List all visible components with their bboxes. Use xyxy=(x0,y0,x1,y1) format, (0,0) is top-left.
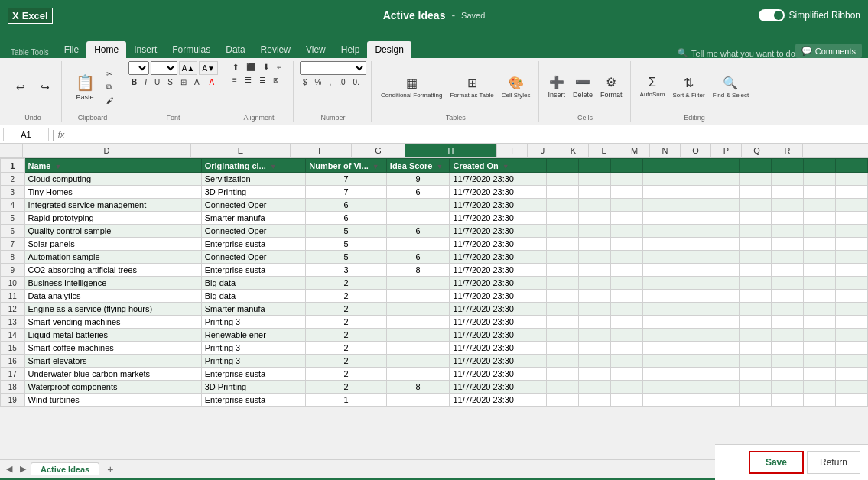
save-button[interactable]: Save xyxy=(749,451,804,474)
cell-ideascore-17[interactable] xyxy=(386,368,450,381)
cell-numvotes-3[interactable]: 7 xyxy=(306,186,387,199)
cell-p-8[interactable] xyxy=(771,251,803,264)
cell-j-3[interactable] xyxy=(578,186,610,199)
cell-k-13[interactable] xyxy=(610,316,642,329)
cell-p-5[interactable] xyxy=(771,212,803,225)
table-row[interactable]: 8 Automation sample Connected Oper 5 6 1… xyxy=(1,251,868,264)
name-filter-arrow[interactable]: ▼ xyxy=(55,163,62,170)
cell-r-18[interactable] xyxy=(835,381,867,394)
cut-button[interactable]: ✂ xyxy=(103,68,117,79)
align-middle-button[interactable]: ⬛ xyxy=(243,61,258,73)
return-button[interactable]: Return xyxy=(807,451,860,474)
cell-name-19[interactable]: Wind turbines xyxy=(24,394,201,407)
cell-j-10[interactable] xyxy=(578,277,610,290)
cell-r-19[interactable] xyxy=(835,394,867,407)
cell-createdon-5[interactable]: 11/7/2020 23:30 xyxy=(450,212,546,225)
cell-name-14[interactable]: Liquid metal batteries xyxy=(24,329,201,342)
cell-numvotes-2[interactable]: 7 xyxy=(306,173,387,186)
cell-r-14[interactable] xyxy=(835,329,867,342)
cell-createdon-7[interactable]: 11/7/2020 23:30 xyxy=(450,238,546,251)
cell-j-12[interactable] xyxy=(578,303,610,316)
add-sheet-button[interactable]: + xyxy=(101,462,119,477)
font-family-select[interactable] xyxy=(128,61,149,75)
table-row[interactable]: 12 Engine as a service (flying hours) Sm… xyxy=(1,303,868,316)
cell-m-18[interactable] xyxy=(675,381,707,394)
table-row[interactable]: 16 Smart elevators Printing 3 2 11/7/202… xyxy=(1,355,868,368)
cell-createdon-12[interactable]: 11/7/2020 23:30 xyxy=(450,303,546,316)
cell-m-15[interactable] xyxy=(675,342,707,355)
cell-name-11[interactable]: Data analytics xyxy=(24,290,201,303)
createdon-filter-arrow[interactable]: ▼ xyxy=(502,163,509,170)
cell-ideascore-6[interactable]: 6 xyxy=(386,225,450,238)
italic-button[interactable]: I xyxy=(141,76,150,88)
cell-j-11[interactable] xyxy=(578,290,610,303)
decrease-decimal-button[interactable]: 0. xyxy=(350,76,362,88)
cell-ideascore-18[interactable]: 8 xyxy=(386,381,450,394)
cell-originating-6[interactable]: Connected Oper xyxy=(201,225,306,238)
table-row[interactable]: 2 Cloud computing Servitization 7 9 11/7… xyxy=(1,173,868,186)
cell-i-9[interactable] xyxy=(546,264,578,277)
copy-button[interactable]: ⧉ xyxy=(103,81,117,93)
cell-i-6[interactable] xyxy=(546,225,578,238)
cell-j-16[interactable] xyxy=(578,355,610,368)
cell-createdon-11[interactable]: 11/7/2020 23:30 xyxy=(450,290,546,303)
col-header-o[interactable]: O xyxy=(681,144,711,157)
align-center-button[interactable]: ☰ xyxy=(242,74,255,86)
cell-m-10[interactable] xyxy=(675,277,707,290)
cell-o-6[interactable] xyxy=(739,225,771,238)
cell-o-12[interactable] xyxy=(739,303,771,316)
cell-l-6[interactable] xyxy=(642,225,675,238)
cell-ideascore-4[interactable] xyxy=(386,199,450,212)
cell-m-14[interactable] xyxy=(675,329,707,342)
cell-ideascore-11[interactable] xyxy=(386,290,450,303)
col-header-l[interactable]: L xyxy=(589,144,619,157)
cell-ideascore-3[interactable]: 6 xyxy=(386,186,450,199)
cell-createdon-2[interactable]: 11/7/2020 23:30 xyxy=(450,173,546,186)
cell-numvotes-8[interactable]: 5 xyxy=(306,251,387,264)
cell-j-19[interactable] xyxy=(578,394,610,407)
col-header-f[interactable]: F xyxy=(291,144,352,157)
cell-r-7[interactable] xyxy=(835,238,867,251)
cell-numvotes-14[interactable]: 2 xyxy=(306,329,387,342)
cell-name-5[interactable]: Rapid prototyping xyxy=(24,212,201,225)
table-row[interactable]: 17 Underwater blue carbon markets Enterp… xyxy=(1,368,868,381)
cell-k-19[interactable] xyxy=(610,394,642,407)
cell-k-8[interactable] xyxy=(610,251,642,264)
cell-l-15[interactable] xyxy=(642,342,675,355)
format-cells-button[interactable]: ⚙ Format xyxy=(597,73,626,100)
cell-r-9[interactable] xyxy=(835,264,867,277)
fill-color-button[interactable]: A xyxy=(191,76,205,88)
numvotes-filter-arrow[interactable]: ▼ xyxy=(372,163,379,170)
cell-m-9[interactable] xyxy=(675,264,707,277)
cell-numvotes-4[interactable]: 6 xyxy=(306,199,387,212)
simplified-ribbon-toggle[interactable]: Simplified Ribbon xyxy=(759,9,860,21)
cell-l-18[interactable] xyxy=(642,381,675,394)
increase-decimal-button[interactable]: .0 xyxy=(336,76,348,88)
cell-i-11[interactable] xyxy=(546,290,578,303)
cell-name-4[interactable]: Integrated service management xyxy=(24,199,201,212)
cell-o-4[interactable] xyxy=(739,199,771,212)
cell-numvotes-19[interactable]: 1 xyxy=(306,394,387,407)
cell-q-6[interactable] xyxy=(803,225,835,238)
cell-p-3[interactable] xyxy=(771,186,803,199)
cell-q-12[interactable] xyxy=(803,303,835,316)
sort-filter-button[interactable]: ⇅ Sort & Filter xyxy=(669,74,707,100)
cell-i-14[interactable] xyxy=(546,329,578,342)
cell-name-15[interactable]: Smart coffee machines xyxy=(24,342,201,355)
cell-o-19[interactable] xyxy=(739,394,771,407)
table-row[interactable]: 9 CO2-absorbing artificial trees Enterpr… xyxy=(1,264,868,277)
cell-n-8[interactable] xyxy=(707,251,739,264)
cell-createdon-9[interactable]: 11/7/2020 23:30 xyxy=(450,264,546,277)
tab-insert[interactable]: Insert xyxy=(126,41,164,58)
cell-p-12[interactable] xyxy=(771,303,803,316)
conditional-formatting-button[interactable]: ▦ Conditional Formatting xyxy=(378,74,445,100)
comma-button[interactable]: , xyxy=(326,76,334,88)
cell-m-4[interactable] xyxy=(675,199,707,212)
cell-r-11[interactable] xyxy=(835,290,867,303)
cell-n-15[interactable] xyxy=(707,342,739,355)
cell-ideascore-9[interactable]: 8 xyxy=(386,264,450,277)
cell-m-5[interactable] xyxy=(675,212,707,225)
cell-name-18[interactable]: Waterproof components xyxy=(24,381,201,394)
cell-r-3[interactable] xyxy=(835,186,867,199)
cell-k-6[interactable] xyxy=(610,225,642,238)
